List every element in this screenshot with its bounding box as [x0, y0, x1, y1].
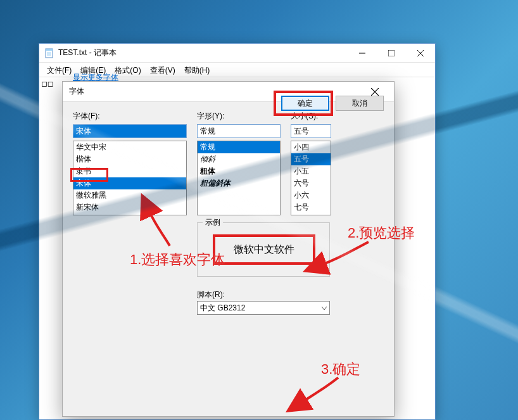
script-select[interactable]: 中文 GB2312: [197, 301, 330, 315]
menu-help[interactable]: 帮助(H): [180, 64, 214, 74]
font-listbox[interactable]: 华文中宋 楷体 隶书 宋体 微软雅黑 新宋体 幼圆: [73, 141, 187, 215]
annotation-1: 1.选择喜欢字体: [130, 250, 225, 269]
size-listbox[interactable]: 小四 五号 小五 六号 小六 七号 八号: [291, 141, 331, 215]
minimize-button[interactable]: [348, 44, 377, 63]
font-item[interactable]: 新宋体: [73, 201, 186, 213]
style-item[interactable]: 粗偏斜体: [198, 177, 280, 189]
size-item[interactable]: 五号: [291, 153, 331, 165]
style-item[interactable]: 倾斜: [198, 153, 280, 165]
font-item[interactable]: 微软雅黑: [73, 189, 186, 201]
svg-rect-6: [388, 50, 395, 56]
size-item[interactable]: 小四: [291, 141, 331, 153]
size-item[interactable]: 六号: [291, 177, 331, 189]
menu-view[interactable]: 查看(V): [146, 64, 179, 74]
font-item[interactable]: 华文中宋: [73, 141, 186, 153]
chevron-down-icon: [322, 303, 327, 312]
font-item[interactable]: 楷体: [73, 153, 186, 165]
style-item[interactable]: 常规: [198, 141, 280, 153]
sample-legend: 示例: [203, 217, 223, 228]
size-item[interactable]: 小五: [291, 165, 331, 177]
size-input[interactable]: [291, 124, 331, 138]
size-item[interactable]: 七号: [291, 201, 331, 213]
style-label: 字形(Y):: [197, 111, 281, 122]
script-label: 脚本(R):: [197, 290, 225, 300]
size-item[interactable]: 八号: [291, 213, 331, 215]
ok-button[interactable]: 确定: [281, 96, 329, 111]
notepad-title: TEST.txt - 记事本: [58, 48, 117, 58]
style-item[interactable]: 粗体: [198, 165, 280, 177]
close-button[interactable]: [406, 44, 435, 63]
size-item[interactable]: 小六: [291, 189, 331, 201]
size-label: 大小(S):: [291, 111, 331, 122]
notepad-icon: [44, 48, 54, 58]
svg-rect-1: [46, 49, 53, 51]
font-item[interactable]: 宋体: [73, 177, 186, 189]
style-listbox[interactable]: 常规 倾斜 粗体 粗偏斜体: [197, 141, 281, 215]
style-input[interactable]: [197, 124, 281, 138]
sample-text: 微软中文软件: [213, 234, 315, 265]
notepad-titlebar[interactable]: TEST.txt - 记事本: [39, 44, 435, 63]
menu-file[interactable]: 文件(F): [43, 64, 75, 74]
cancel-button[interactable]: 取消: [336, 96, 384, 111]
notepad-text: □□: [42, 79, 54, 88]
maximize-button[interactable]: [377, 44, 406, 63]
font-input[interactable]: [73, 124, 187, 138]
dialog-title: 字体: [69, 86, 84, 97]
font-item[interactable]: 隶书: [73, 165, 186, 177]
font-item[interactable]: 幼圆: [73, 213, 186, 215]
font-label: 字体(F):: [73, 111, 187, 122]
annotation-2: 2.预览选择: [348, 224, 415, 243]
script-value: 中文 GB2312: [200, 303, 245, 314]
more-fonts-link[interactable]: 显示更多字体: [73, 72, 118, 83]
annotation-3: 3.确定: [321, 360, 360, 379]
